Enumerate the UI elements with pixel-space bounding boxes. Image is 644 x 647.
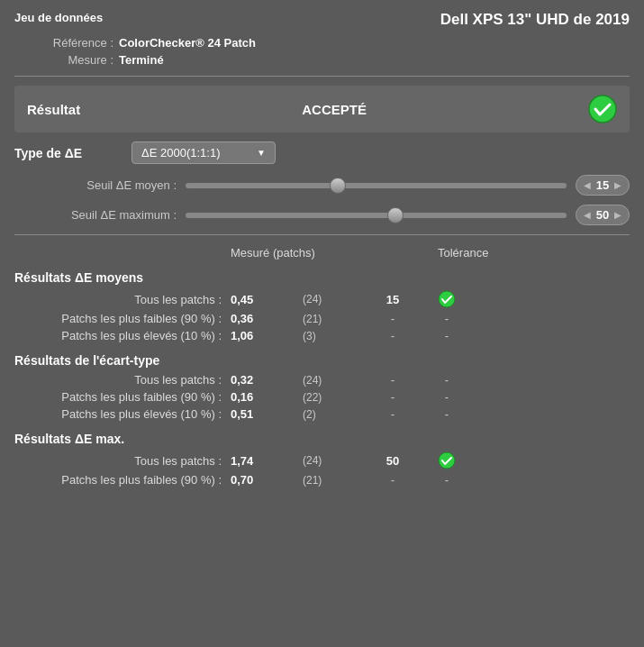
measure-value: Terminé bbox=[119, 53, 164, 67]
row-label: Patchs les plus faibles (90 %) : bbox=[14, 312, 231, 325]
col-tolerance-header: Tolérance bbox=[438, 246, 510, 260]
row-label: Patchs les plus faibles (90 %) : bbox=[14, 473, 231, 487]
row-check bbox=[429, 451, 465, 469]
col-empty2 bbox=[348, 246, 438, 260]
result-section: Résultat ACCEPTÉ bbox=[14, 86, 630, 132]
mean-slider-left-arrow[interactable]: ◀ bbox=[584, 180, 591, 190]
row-value: 1,74 bbox=[231, 454, 303, 468]
check-icon bbox=[438, 290, 456, 308]
delta-type-row: Type de ΔE ΔE 2000(1:1:1) ▼ bbox=[14, 141, 630, 164]
table-row: Patchs les plus élevés (10 %) : 1,06 (3)… bbox=[14, 327, 630, 344]
row-label: Patchs les plus faibles (90 %) : bbox=[14, 390, 231, 404]
dropdown-value: ΔE 2000(1:1:1) bbox=[141, 146, 220, 159]
row-patches: (21) bbox=[303, 313, 357, 325]
main-container: Jeu de données Dell XPS 13" UHD de 2019 … bbox=[0, 0, 644, 499]
delta-type-dropdown[interactable]: ΔE 2000(1:1:1) ▼ bbox=[132, 141, 276, 164]
row-patches: (24) bbox=[303, 454, 357, 467]
svg-point-2 bbox=[439, 452, 455, 469]
header-section: Jeu de données Dell XPS 13" UHD de 2019 bbox=[14, 11, 630, 29]
mean-slider-track[interactable] bbox=[186, 183, 567, 188]
table-row: Tous les patchs : 0,45 (24) 15 bbox=[14, 288, 630, 310]
row-value: 1,06 bbox=[231, 329, 303, 342]
svg-point-0 bbox=[589, 96, 616, 123]
mean-slider-thumb[interactable] bbox=[330, 178, 346, 194]
row-value: 0,45 bbox=[231, 293, 303, 306]
row-icon-empty: - bbox=[429, 329, 465, 342]
divider-2 bbox=[14, 234, 630, 235]
table-row: Patchs les plus faibles (90 %) : 0,16 (2… bbox=[14, 388, 630, 406]
delta-section: Type de ΔE ΔE 2000(1:1:1) ▼ Seuil ΔE moy… bbox=[14, 141, 630, 225]
table-row: Patchs les plus élevés (10 %) : 0,51 (2)… bbox=[14, 406, 630, 423]
row-tolerance: - bbox=[357, 390, 429, 404]
row-label: Patchs les plus élevés (10 %) : bbox=[14, 329, 231, 342]
row-value: 0,36 bbox=[231, 312, 303, 325]
max-slider-value: 50 bbox=[596, 208, 609, 222]
row-tolerance: - bbox=[357, 473, 429, 487]
result-value: ACCEPTÉ bbox=[302, 102, 367, 117]
max-slider-right-arrow[interactable]: ▶ bbox=[614, 210, 621, 220]
row-patches: (2) bbox=[303, 408, 357, 421]
row-patches: (24) bbox=[303, 293, 357, 305]
table-row: Patchs les plus faibles (90 %) : 0,36 (2… bbox=[14, 310, 630, 327]
row-patches: (3) bbox=[303, 330, 357, 342]
row-tolerance: - bbox=[357, 312, 429, 325]
result-label: Résultat bbox=[27, 102, 80, 117]
dataset-label: Jeu de données bbox=[14, 11, 103, 24]
row-tolerance: 50 bbox=[357, 454, 429, 468]
row-patches: (24) bbox=[303, 374, 357, 387]
divider-1 bbox=[14, 76, 630, 77]
svg-point-1 bbox=[439, 291, 455, 307]
table-row: Patchs les plus faibles (90 %) : 0,70 (2… bbox=[14, 471, 630, 488]
row-icon-empty: - bbox=[429, 390, 465, 404]
delta-type-label: Type de ΔE bbox=[14, 146, 132, 160]
max-slider-thumb[interactable] bbox=[387, 207, 404, 223]
col-measured-header: Mesuré (patchs) bbox=[231, 246, 348, 260]
row-value: 0,70 bbox=[231, 473, 303, 487]
max-section-title: Résultats ΔE max. bbox=[14, 432, 630, 446]
mean-slider-value: 15 bbox=[596, 178, 609, 192]
row-label: Tous les patchs : bbox=[14, 454, 231, 468]
max-slider-left-arrow[interactable]: ◀ bbox=[584, 210, 591, 220]
mean-slider-label: Seuil ΔE moyen : bbox=[14, 178, 177, 192]
table-row: Tous les patchs : 0,32 (24) - - bbox=[14, 371, 630, 388]
col-empty3 bbox=[510, 246, 546, 260]
row-value: 0,32 bbox=[231, 373, 303, 387]
check-icon bbox=[438, 451, 456, 469]
mean-slider-value-box: ◀ 15 ▶ bbox=[576, 175, 630, 196]
row-patches: (22) bbox=[303, 391, 357, 404]
table-row: Tous les patchs : 1,74 (24) 50 bbox=[14, 450, 630, 471]
mean-slider-row: Seuil ΔE moyen : ◀ 15 ▶ bbox=[14, 175, 630, 196]
measure-label: Mesure : bbox=[14, 53, 113, 67]
max-slider-row: Seuil ΔE maximum : ◀ 50 ▶ bbox=[14, 205, 630, 225]
stddev-section-title: Résultats de l'écart-type bbox=[14, 353, 630, 368]
max-slider-track[interactable] bbox=[186, 213, 567, 218]
measure-row: Mesure : Terminé bbox=[14, 53, 630, 67]
reference-label: Référence : bbox=[14, 36, 113, 50]
row-tolerance: - bbox=[357, 407, 429, 421]
row-label: Tous les patchs : bbox=[14, 293, 231, 306]
row-icon-empty: - bbox=[429, 407, 465, 421]
chevron-down-icon: ▼ bbox=[257, 148, 266, 158]
row-icon-empty: - bbox=[429, 473, 465, 487]
reference-row: Référence : ColorChecker® 24 Patch bbox=[14, 36, 630, 50]
row-tolerance: 15 bbox=[357, 293, 429, 306]
reference-value: ColorChecker® 24 Patch bbox=[119, 36, 256, 50]
table-header-row: Mesuré (patchs) Tolérance bbox=[14, 244, 630, 261]
row-check bbox=[429, 290, 465, 308]
max-slider-value-box: ◀ 50 ▶ bbox=[576, 205, 630, 225]
row-icon-empty: - bbox=[429, 373, 465, 387]
col-empty bbox=[14, 246, 231, 260]
row-label: Patchs les plus élevés (10 %) : bbox=[14, 407, 231, 421]
device-name: Dell XPS 13" UHD de 2019 bbox=[440, 11, 630, 29]
row-patches: (21) bbox=[303, 474, 357, 487]
mean-section-title: Résultats ΔE moyens bbox=[14, 270, 630, 285]
row-value: 0,16 bbox=[231, 390, 303, 404]
row-tolerance: - bbox=[357, 329, 429, 342]
results-table: Mesuré (patchs) Tolérance Résultats ΔE m… bbox=[14, 244, 630, 488]
row-icon-empty: - bbox=[429, 312, 465, 325]
row-tolerance: - bbox=[357, 373, 429, 387]
row-label: Tous les patchs : bbox=[14, 373, 231, 387]
row-value: 0,51 bbox=[231, 407, 303, 421]
mean-slider-right-arrow[interactable]: ▶ bbox=[614, 180, 621, 190]
result-check-icon bbox=[588, 95, 617, 123]
